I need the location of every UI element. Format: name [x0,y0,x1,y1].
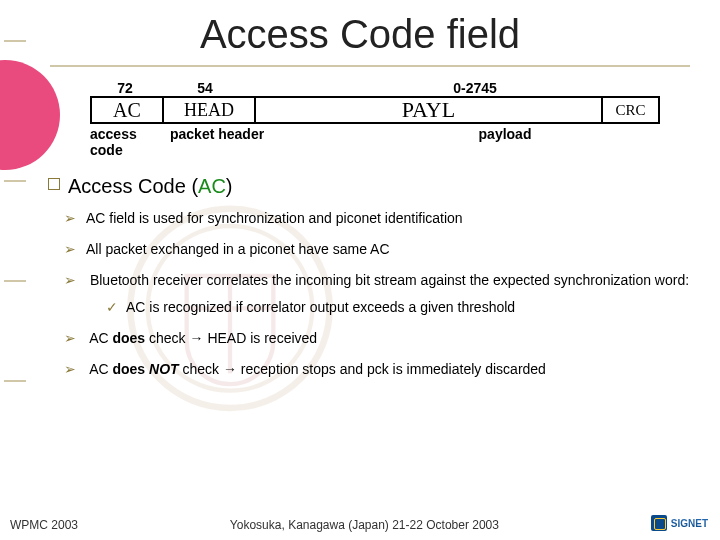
b4-does: does [112,330,145,346]
label-payl: payload [270,126,660,158]
bullet-3: Bluetooth receiver correlates the incomi… [86,270,690,318]
box-payl: PAYL [256,98,603,122]
heading-suffix: ) [226,175,233,197]
bullet-5: AC does NOT check → reception stops and … [86,359,690,380]
b5-pre: AC [89,361,112,377]
b4-post: HEAD is received [204,330,318,346]
footer-center: Yokosuka, Kanagawa (Japan) 21-22 October… [78,518,651,532]
section-heading: Access Code (AC) [48,175,690,198]
bullet-list: AC field is used for synchronization and… [48,208,690,380]
bullet-1: AC field is used for synchronization and… [86,208,690,229]
page-title: Access Code field [0,12,720,57]
footer-left: WPMC 2003 [0,518,78,532]
box-ac: AC [92,98,164,122]
heading-prefix: Access Code ( [68,175,198,197]
packet-diagram: 72 54 0-2745 AC HEAD PAYL CRC access cod… [90,80,660,158]
footer-right: SIGNET [651,515,720,534]
signet-logo: SIGNET [651,515,708,531]
label-head: packet header [170,126,270,158]
box-head: HEAD [164,98,256,122]
arrow-icon: → [223,361,237,377]
title-underline [50,65,690,67]
b4-pre: AC [89,330,112,346]
bits-head: 54 [160,80,250,96]
bits-ac: 72 [90,80,160,96]
footer: WPMC 2003 Yokosuka, Kanagawa (Japan) 21-… [0,515,720,534]
bullet-3-text: Bluetooth receiver correlates the incomi… [90,272,689,288]
content: Access Code (AC) AC field is used for sy… [48,175,690,390]
logo-icon [651,515,667,531]
bullet-2: All packet exchanged in a piconet have s… [86,239,690,260]
bullet-3a: AC is recognized if correlator output ex… [126,297,690,318]
heading-ac: AC [198,175,226,197]
box-crc: CRC [603,98,658,122]
logo-text: SIGNET [671,518,708,529]
b5-post: reception stops and pck is immediately d… [237,361,546,377]
b5-not: NOT [149,361,179,377]
b5-mid: check [179,361,223,377]
b5-does: does [112,361,149,377]
bits-payl: 0-2745 [250,80,660,96]
square-bullet-icon [48,178,60,190]
b4-mid: check [145,330,189,346]
label-ac: access code [90,126,170,158]
arrow-icon: → [190,330,204,346]
bullet-4: AC does check → HEAD is received [86,328,690,349]
pink-semicircle [0,60,60,170]
